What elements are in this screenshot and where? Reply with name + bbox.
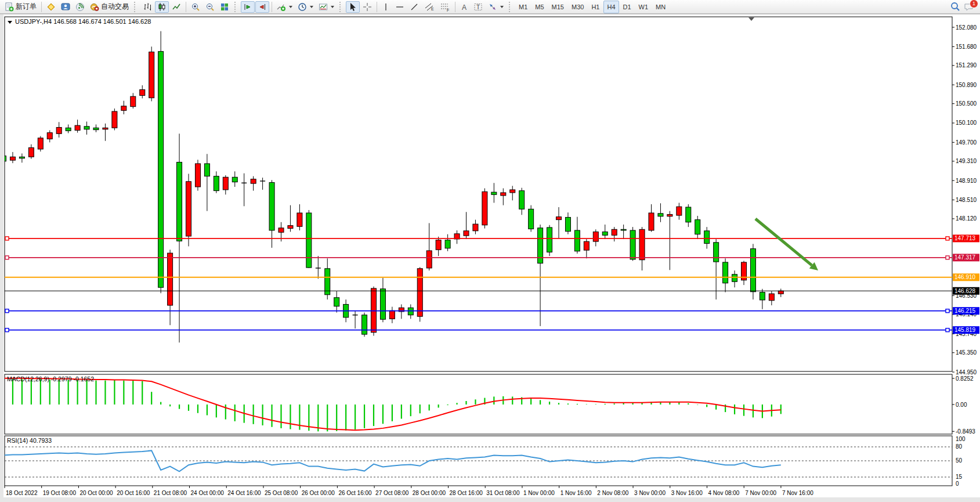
timeframe-H1[interactable]: H1 [588, 1, 603, 13]
periods-button[interactable] [295, 1, 316, 13]
candle-body [269, 182, 274, 230]
candle-body [714, 243, 719, 262]
trendline-button[interactable] [407, 1, 421, 13]
indicators-button[interactable] [274, 1, 295, 13]
line-handle[interactable] [946, 237, 949, 240]
candle-body [732, 275, 737, 281]
candle-body [28, 147, 34, 157]
time-tick-label: 26 Oct 00:00 [302, 490, 335, 496]
line-handle[interactable] [5, 256, 9, 259]
timeframe-W1[interactable]: W1 [635, 1, 652, 13]
signal-button[interactable] [73, 1, 87, 13]
line-handle[interactable] [5, 309, 9, 313]
chevron-down-icon [500, 6, 504, 8]
chat-button[interactable]: 1 [964, 2, 974, 12]
candle-body [510, 190, 515, 193]
time-tick-label: 1 Nov 16:00 [560, 490, 592, 496]
line-handle[interactable] [946, 328, 949, 332]
text-label-icon: T [473, 2, 483, 12]
templates-button[interactable] [316, 1, 337, 13]
toolbar-grip [339, 2, 343, 12]
time-tick-label: 21 Oct 08:00 [154, 490, 187, 496]
time-tick-label: 3 Nov 00:00 [634, 490, 666, 496]
hline-price-badge: 145.819 [953, 326, 979, 334]
line-handle[interactable] [946, 256, 949, 259]
timeframe-MN[interactable]: MN [652, 1, 669, 13]
vertical-line-button[interactable] [379, 1, 392, 13]
price-tick-label: 144.950 [956, 369, 977, 375]
time-tick-label: 26 Oct 16:00 [338, 490, 372, 496]
candle-body [112, 111, 117, 128]
chart-shift-button[interactable] [255, 1, 269, 13]
line-handle[interactable] [5, 237, 9, 240]
candle-body [612, 229, 617, 235]
candle-body [639, 229, 645, 259]
rsi-axis-label: 0 [956, 481, 959, 487]
timeframe-M5[interactable]: M5 [531, 1, 547, 13]
candle-body [306, 213, 312, 268]
text-a-glyph: A [462, 3, 467, 11]
line-handle[interactable] [946, 309, 949, 313]
timeframe-D1[interactable]: D1 [620, 1, 635, 13]
arrows-button[interactable] [486, 1, 506, 13]
candlestick-chart-button[interactable] [155, 1, 169, 13]
line-chart-button[interactable] [169, 1, 183, 13]
zoom-in-button[interactable] [189, 1, 202, 13]
time-tick-label: 24 Oct 16:00 [227, 490, 261, 496]
line-handle[interactable] [5, 328, 9, 332]
candle-body [251, 179, 256, 183]
arrows-icon [488, 2, 497, 12]
signal-icon [75, 2, 85, 12]
crosshair-button[interactable] [360, 1, 374, 13]
auto-scroll-button[interactable] [241, 1, 255, 13]
text-label-button[interactable]: T [471, 1, 485, 13]
market-button[interactable] [44, 1, 58, 13]
timeframe-H4[interactable]: H4 [603, 1, 619, 13]
price-tick-label: 150.100 [956, 120, 977, 126]
candle-body [686, 207, 691, 222]
tile-windows-button[interactable] [218, 1, 232, 13]
current-price-badge: 146.628 [953, 287, 979, 295]
vertical-line-icon [382, 2, 390, 12]
candle-body [519, 191, 525, 210]
channel-e-glyph: E [431, 7, 434, 11]
zoom-in-icon [191, 2, 200, 12]
time-tick-label: 19 Oct 08:00 [43, 490, 77, 496]
new-order-button[interactable]: 新订单 [2, 1, 39, 13]
auto-trading-icon [90, 2, 99, 12]
line-chart-icon [172, 2, 181, 12]
time-tick-label: 25 Oct 08:00 [265, 490, 298, 496]
bar-chart-button[interactable] [140, 1, 154, 13]
cursor-button[interactable] [346, 1, 360, 13]
search-icon[interactable] [950, 2, 960, 12]
horizontal-line-button[interactable] [393, 1, 407, 13]
rsi-axis-label: 50 [956, 457, 963, 464]
cursor-icon [348, 2, 357, 12]
zoom-out-icon [205, 2, 215, 12]
price-badge-label: 146.628 [954, 288, 976, 294]
auto-trading-button[interactable]: 自动交易 [88, 1, 131, 13]
candle-body [380, 289, 385, 319]
timeframe-M30[interactable]: M30 [568, 1, 587, 13]
separator [186, 2, 186, 12]
rsi-axis-label: 15 [956, 474, 963, 480]
timeframe-M15[interactable]: M15 [548, 1, 567, 13]
time-tick-label: 20 Oct 00:00 [79, 490, 113, 496]
candle-body [38, 138, 43, 149]
equidistant-channel-button[interactable]: E [422, 1, 437, 13]
candle-body [75, 125, 80, 130]
template-icon [319, 2, 328, 12]
zoom-out-button[interactable] [203, 1, 217, 13]
text-button[interactable]: A [458, 1, 471, 13]
chart-title: USDJPY-,H4 146.568 146.674 146.501 146.6… [15, 18, 151, 25]
candle-body [760, 292, 765, 300]
candle-body [131, 96, 136, 106]
candle-body [445, 240, 450, 248]
time-tick-label: 4 Nov 08:00 [708, 490, 739, 496]
toolbar-grip [509, 2, 512, 12]
fibonacci-button[interactable]: F [437, 1, 453, 13]
timeframe-M1[interactable]: M1 [515, 1, 531, 13]
candle-body [547, 227, 552, 252]
price-tick-label: 151.290 [956, 62, 977, 68]
community-button[interactable] [59, 1, 73, 13]
